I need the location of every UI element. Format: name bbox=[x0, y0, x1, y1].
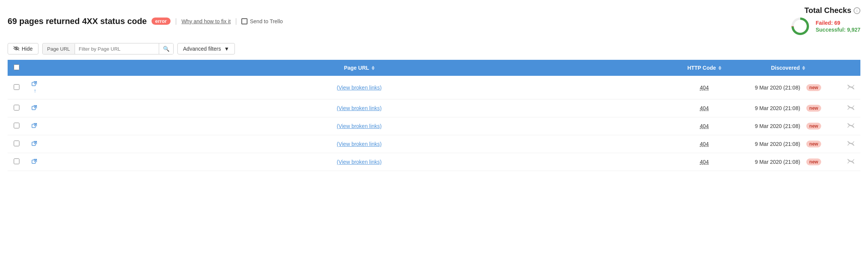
svg-line-9 bbox=[848, 123, 854, 128]
search-button[interactable]: 🔍 bbox=[159, 43, 173, 54]
row-http-code-cell: 404 bbox=[674, 135, 735, 153]
http-code-value: 404 bbox=[700, 141, 708, 147]
hide-row-icon[interactable] bbox=[847, 105, 854, 111]
new-badge: new bbox=[806, 158, 821, 165]
row-checkbox-cell[interactable] bbox=[8, 135, 26, 153]
success-count: Successful: 9,927 bbox=[815, 27, 860, 33]
row-checkbox[interactable] bbox=[14, 105, 19, 110]
table-body: ↑ (View broken links) 404 9 Mar 2020 (21… bbox=[8, 76, 860, 171]
svg-line-5 bbox=[848, 85, 854, 89]
total-checks-widget: Total Checks i Failed: 69 bbox=[790, 6, 860, 36]
th-http-code[interactable]: HTTP Code bbox=[674, 60, 735, 76]
new-badge: new bbox=[806, 123, 821, 130]
failed-count: Failed: 69 bbox=[815, 20, 860, 26]
row-checkbox[interactable] bbox=[14, 84, 19, 90]
hide-label: Hide bbox=[22, 46, 33, 52]
send-to-trello-button[interactable]: Send to Trello bbox=[241, 18, 282, 24]
row-discovered-cell: 9 Mar 2020 (21:08) new bbox=[735, 135, 841, 153]
row-checkbox[interactable] bbox=[14, 141, 19, 146]
discovered-date: 9 Mar 2020 (21:08) bbox=[755, 105, 800, 111]
row-discovered-cell: 9 Mar 2020 (21:08) new bbox=[735, 117, 841, 135]
table-row: (View broken links) 404 9 Mar 2020 (21:0… bbox=[8, 135, 860, 153]
row-arrow-icon[interactable]: ↑ bbox=[34, 88, 37, 94]
row-checkbox-cell[interactable] bbox=[8, 76, 26, 99]
page-title: 69 pages returned 4XX status code bbox=[8, 16, 147, 26]
row-actions-cell bbox=[841, 99, 860, 117]
hide-row-icon[interactable] bbox=[847, 158, 854, 165]
http-code-value: 404 bbox=[700, 85, 708, 91]
row-actions-cell bbox=[841, 153, 860, 171]
header-row: 69 pages returned 4XX status code error … bbox=[8, 6, 860, 36]
info-icon[interactable]: i bbox=[854, 7, 860, 14]
row-external-icon[interactable] bbox=[32, 123, 37, 130]
discovered-date: 9 Mar 2020 (21:08) bbox=[755, 123, 800, 129]
advanced-filters-button[interactable]: Advanced filters ▼ bbox=[177, 43, 235, 54]
row-checkbox[interactable] bbox=[14, 123, 19, 128]
trello-icon bbox=[241, 18, 247, 24]
total-checks-label: Total Checks bbox=[804, 6, 851, 15]
table-row: (View broken links) 404 9 Mar 2020 (21:0… bbox=[8, 99, 860, 117]
total-checks-body: Failed: 69 Successful: 9,927 bbox=[790, 16, 860, 36]
view-broken-links-button[interactable]: (View broken links) bbox=[337, 159, 381, 165]
advanced-filters-label: Advanced filters bbox=[183, 46, 221, 52]
hide-row-icon[interactable] bbox=[847, 141, 854, 147]
fix-link-button[interactable]: Why and how to fix it bbox=[182, 18, 231, 24]
table-header-row: Page URL HTTP Code bbox=[8, 60, 860, 76]
row-checkbox-cell[interactable] bbox=[8, 153, 26, 171]
url-filter-group: Page URL 🔍 bbox=[42, 43, 174, 54]
th-icons bbox=[26, 60, 45, 76]
header-left: 69 pages returned 4XX status code error … bbox=[8, 16, 283, 26]
filter-row: Hide Page URL 🔍 Advanced filters ▼ bbox=[8, 43, 860, 54]
hide-button[interactable]: Hide bbox=[8, 43, 38, 54]
view-broken-links-button[interactable]: (View broken links) bbox=[337, 85, 381, 91]
th-discovered[interactable]: Discovered bbox=[735, 60, 841, 76]
successful-number: 9,927 bbox=[847, 27, 860, 33]
row-external-icon[interactable] bbox=[32, 82, 37, 88]
discovered-date: 9 Mar 2020 (21:08) bbox=[755, 159, 800, 165]
row-icon-cell: ↑ bbox=[26, 76, 45, 99]
row-http-code-cell: 404 bbox=[674, 76, 735, 99]
th-url[interactable]: Page URL bbox=[45, 60, 674, 76]
new-badge: new bbox=[806, 141, 821, 147]
row-external-icon[interactable] bbox=[32, 141, 37, 147]
row-url-cell: (View broken links) bbox=[45, 117, 674, 135]
page-wrapper: 69 pages returned 4XX status code error … bbox=[0, 0, 868, 272]
row-checkbox-cell[interactable] bbox=[8, 99, 26, 117]
row-discovered-cell: 9 Mar 2020 (21:08) new bbox=[735, 76, 841, 99]
hide-row-icon[interactable] bbox=[847, 84, 854, 91]
view-broken-links-button[interactable]: (View broken links) bbox=[337, 123, 381, 129]
table-row: (View broken links) 404 9 Mar 2020 (21:0… bbox=[8, 117, 860, 135]
row-actions-cell bbox=[841, 76, 860, 99]
select-all-checkbox[interactable] bbox=[14, 64, 19, 70]
row-external-icon[interactable] bbox=[32, 159, 37, 165]
url-search-input[interactable] bbox=[75, 44, 159, 54]
row-checkbox[interactable] bbox=[14, 158, 19, 164]
table-row: (View broken links) 404 9 Mar 2020 (21:0… bbox=[8, 153, 860, 171]
row-http-code-cell: 404 bbox=[674, 117, 735, 135]
row-discovered-cell: 9 Mar 2020 (21:08) new bbox=[735, 153, 841, 171]
failed-number: 69 bbox=[834, 20, 840, 26]
view-broken-links-button[interactable]: (View broken links) bbox=[337, 141, 381, 147]
row-url-cell: (View broken links) bbox=[45, 135, 674, 153]
hide-row-icon[interactable] bbox=[847, 123, 854, 129]
data-table: Page URL HTTP Code bbox=[8, 60, 860, 171]
svg-line-13 bbox=[848, 159, 854, 163]
new-badge: new bbox=[806, 84, 821, 91]
row-external-icon[interactable] bbox=[32, 106, 37, 112]
th-actions bbox=[841, 60, 860, 76]
row-url-cell: (View broken links) bbox=[45, 76, 674, 99]
url-filter-label: Page URL bbox=[43, 44, 75, 54]
th-select-all[interactable] bbox=[8, 60, 26, 76]
checks-stats: Failed: 69 Successful: 9,927 bbox=[815, 20, 860, 33]
failed-label: Failed: bbox=[815, 20, 833, 26]
trello-label: Send to Trello bbox=[250, 18, 282, 24]
view-broken-links-button[interactable]: (View broken links) bbox=[337, 105, 381, 111]
row-url-cell: (View broken links) bbox=[45, 153, 674, 171]
row-url-cell: (View broken links) bbox=[45, 99, 674, 117]
discovered-date: 9 Mar 2020 (21:08) bbox=[755, 85, 800, 91]
url-sort-icon bbox=[372, 66, 375, 70]
separator-2: | bbox=[235, 17, 237, 25]
row-discovered-cell: 9 Mar 2020 (21:08) new bbox=[735, 99, 841, 117]
http-code-value: 404 bbox=[700, 105, 708, 111]
row-checkbox-cell[interactable] bbox=[8, 117, 26, 135]
